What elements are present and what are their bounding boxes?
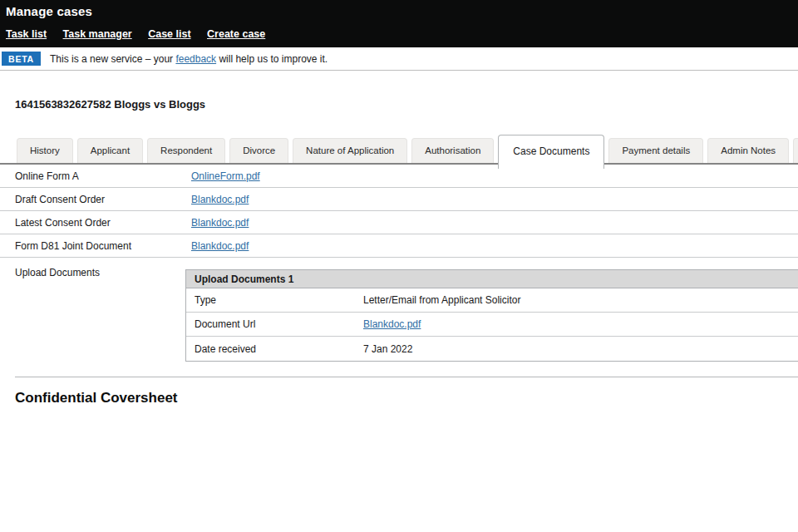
tab-case-documents[interactable]: Case Documents xyxy=(498,135,604,169)
tab-history[interactable]: History xyxy=(17,138,73,163)
table-row: Online Form A OnlineForm.pdf xyxy=(0,165,798,188)
beta-text: This is a new service – your feedback wi… xyxy=(50,53,328,65)
nav-task-manager[interactable]: Task manager xyxy=(63,28,132,40)
feedback-link[interactable]: feedback xyxy=(175,53,216,65)
tab-divorce[interactable]: Divorce xyxy=(229,138,288,163)
screen: Manage cases Task list Task manager Case… xyxy=(0,0,798,532)
field-label: Date received xyxy=(195,343,363,355)
app-header: Manage cases Task list Task manager Case… xyxy=(0,0,798,47)
beta-text-before: This is a new service – your xyxy=(50,53,175,65)
document-link[interactable]: Blankdoc.pdf xyxy=(191,194,249,205)
panel-title: Upload Documents 1 xyxy=(186,270,798,288)
field-label: Type xyxy=(195,294,363,306)
beta-text-after: will help us to improve it. xyxy=(216,53,328,65)
row-label: Online Form A xyxy=(15,170,191,182)
table-row: Draft Consent Order Blankdoc.pdf xyxy=(0,188,798,211)
section-divider xyxy=(15,377,798,377)
primary-nav: Task list Task manager Case list Create … xyxy=(6,26,798,41)
field-value: 7 Jan 2022 xyxy=(363,343,412,355)
row-label: Draft Consent Order xyxy=(15,194,191,205)
table-row: Document Url Blankdoc.pdf xyxy=(186,313,798,337)
confidential-coversheet-heading: Confidential Coversheet xyxy=(15,390,798,406)
nav-case-list[interactable]: Case list xyxy=(148,28,190,40)
row-label: Upload Documents xyxy=(15,263,185,278)
document-link[interactable]: OnlineForm.pdf xyxy=(191,170,260,182)
beta-banner: BETA This is a new service – your feedba… xyxy=(0,47,798,71)
table-row: Type Letter/Email from Applicant Solicit… xyxy=(186,288,798,313)
tab-respondent[interactable]: Respondent xyxy=(147,138,225,163)
document-link[interactable]: Blankdoc.pdf xyxy=(363,318,421,330)
tab-admin-notes[interactable]: Admin Notes xyxy=(707,138,789,163)
tab-bar: History Applicant Respondent Divorce Nat… xyxy=(0,135,798,165)
tab-authorisation[interactable]: Authorisation xyxy=(411,138,494,163)
row-label: Latest Consent Order xyxy=(15,217,191,229)
field-value: Letter/Email from Applicant Solicitor xyxy=(363,294,520,306)
row-label: Form D81 Joint Document xyxy=(15,240,191,252)
document-link[interactable]: Blankdoc.pdf xyxy=(191,217,249,229)
upload-documents-panel: Upload Documents 1 Type Letter/Email fro… xyxy=(185,269,798,362)
tab-payment-details[interactable]: Payment details xyxy=(608,138,703,163)
field-label: Document Url xyxy=(195,318,363,330)
beta-badge: BETA xyxy=(2,52,41,66)
case-title: 1641563832627582 Bloggs vs Bloggs xyxy=(15,98,798,111)
document-rows: Online Form A OnlineForm.pdf Draft Conse… xyxy=(0,165,798,258)
app-title: Manage cases xyxy=(6,4,798,18)
tab-nature-of-application[interactable]: Nature of Application xyxy=(293,138,407,163)
tab-judge[interactable]: Judge xyxy=(793,138,798,163)
nav-create-case[interactable]: Create case xyxy=(207,28,265,40)
table-row: Date received 7 Jan 2022 xyxy=(186,337,798,361)
tab-applicant[interactable]: Applicant xyxy=(77,138,143,163)
table-row: Latest Consent Order Blankdoc.pdf xyxy=(0,211,798,234)
nav-task-list[interactable]: Task list xyxy=(6,28,47,40)
upload-documents-section: Upload Documents Upload Documents 1 Type… xyxy=(0,263,798,362)
table-row: Form D81 Joint Document Blankdoc.pdf xyxy=(0,234,798,258)
document-link[interactable]: Blankdoc.pdf xyxy=(191,240,249,252)
